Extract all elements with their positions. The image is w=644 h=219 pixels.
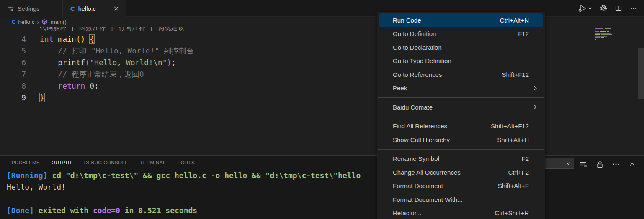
menu-item-peek[interactable]: Peek [377,81,545,95]
line-number[interactable]: 5 [0,45,26,57]
panel-more-actions-button[interactable] [611,159,621,170]
panel-tab-output[interactable]: OUTPUT [52,156,72,169]
menu-item-label: Refactor... [393,209,495,216]
menu-item-show-call-hierarchy[interactable]: Show Call HierarchyShift+Alt+H [377,133,545,147]
menu-item-label: Show Call Hierarchy [393,136,497,143]
code-editor[interactable]: 代码解释 | 函数注释 | 行间注释 | 调优建议 4int main() {5… [0,27,644,155]
menu-item-go-to-type-definition[interactable]: Go to Type Definition [377,54,545,68]
output-line: Hello, World! [7,181,644,193]
c-language-icon: C [70,5,75,12]
menu-item-label: Baidu Comate [393,104,536,111]
token: // 打印 "Hello, World!" 到控制台 [40,46,194,55]
menu-item-rename-symbol[interactable]: Rename SymbolF2 [377,152,545,166]
tab-hello-c[interactable]: C hello.c [63,0,126,17]
token [85,81,90,90]
tab-settings[interactable]: Settings [0,0,63,17]
menu-item-shortcut: Ctrl+F2 [508,169,529,176]
codelens-links[interactable]: 代码解释 | 函数注释 | 行间注释 | 调优建议 [40,27,185,32]
token: 0 [90,81,94,90]
chevron-down-icon [566,161,571,166]
menu-item-label: Go to Type Definition [393,57,536,64]
menu-item-go-to-references[interactable]: Go to ReferencesShift+F12 [377,68,545,81]
panel-tab-ports[interactable]: PORTS [178,156,195,169]
indent-guide [41,45,41,92]
code-line[interactable]: 6 printf("Hello, World!\n"); [0,57,644,69]
menu-item-find-all-references[interactable]: Find All ReferencesShift+Alt+F12 [377,120,545,133]
menu-item-go-to-declaration[interactable]: Go to Declaration [377,41,545,54]
line-number[interactable]: 4 [0,33,26,45]
ellipsis-icon [612,160,620,168]
token: // 程序正常结束，返回0 [40,70,144,79]
token: \n [153,58,162,67]
code-line[interactable]: 5 // 打印 "Hello, World!" 到控制台 [0,45,644,57]
more-actions-button[interactable] [628,3,639,14]
menu-item-shortcut: Ctrl+Alt+N [500,17,529,24]
panel-tab-terminal[interactable]: TERMINAL [140,156,165,169]
panel-tab-problems[interactable]: PROBLEMS [12,156,40,169]
token: printf [58,58,85,67]
clear-output-button[interactable] [578,159,589,170]
output-text: in 0.521 seconds [120,206,197,215]
menu-separator [378,149,544,150]
gear-icon [600,4,608,12]
maximize-panel-button[interactable] [627,159,638,170]
run-or-debug-button[interactable] [575,3,594,14]
token: "Hello, World! [90,58,153,67]
token [40,58,58,67]
run-debug-icon [577,4,587,13]
menu-item-shortcut: F2 [521,155,529,162]
settings-gear-button[interactable] [598,3,609,14]
c-language-icon: C [12,19,15,25]
breadcrumb-file[interactable]: hello.c [18,19,34,25]
breadcrumb-symbol[interactable]: main() [50,19,66,25]
menu-item-format-document[interactable]: Format DocumentShift+Alt+F [377,179,545,193]
breadcrumb-separator: › [37,18,39,25]
submenu-arrow-icon [533,104,537,111]
menu-item-label: Change All Occurrences [393,169,508,176]
minimap-line [595,34,612,35]
output-line: [Done] exited with code=0 in 0.521 secon… [7,205,644,216]
code-line[interactable]: 7 // 程序正常结束，返回0 [0,69,644,80]
line-number[interactable]: 8 [0,80,26,92]
editor-actions [575,0,644,16]
editor-context-menu: Run CodeCtrl+Alt+NGo to DefinitionF12Go … [377,12,545,219]
menu-item-baidu-comate[interactable]: Baidu Comate [377,100,545,114]
menu-separator [378,117,544,117]
output-text: cd "d:\tmp\c-test\" && gcc hello.c -o he… [52,171,361,180]
token: ( [85,58,90,67]
code-line[interactable]: 9} [0,92,644,104]
lock-output-button[interactable] [594,159,605,170]
minimap-line [595,33,611,34]
line-number[interactable]: 7 [0,69,26,80]
output-text: code=0 [93,206,120,215]
code-text: } [26,92,44,104]
code-line[interactable]: 8 return 0; [0,80,644,92]
ellipsis-icon [630,5,637,12]
tab-label: Settings [18,5,39,12]
split-editor-button[interactable] [613,3,624,14]
vscode-window: Settings C hello.c [0,0,644,219]
menu-item-run-code[interactable]: Run CodeCtrl+Alt+N [379,13,543,27]
editor-scrollbar[interactable] [638,48,644,99]
panel-tab-debug-console[interactable]: DEBUG CONSOLE [84,156,129,169]
menu-item-refactor[interactable]: Refactor...Ctrl+Shift+R [377,206,545,219]
menu-item-go-to-definition[interactable]: Go to DefinitionF12 [377,27,545,41]
line-number[interactable]: 6 [0,57,26,69]
menu-item-shortcut: Shift+Alt+F12 [491,122,529,130]
code-lines: 4int main() {5 // 打印 "Hello, World!" 到控制… [0,33,644,104]
token: () [76,35,85,43]
menu-item-label: Find All References [393,122,491,130]
menu-item-label: Go to Declaration [393,44,536,51]
menu-item-change-all-occurrences[interactable]: Change All OccurrencesCtrl+F2 [377,166,545,179]
token: main [58,35,76,43]
code-line[interactable]: 4int main() { [0,33,644,45]
tab-close-icon[interactable] [112,5,120,13]
menu-separator [378,97,544,98]
token [54,35,58,43]
menu-item-format-document-with[interactable]: Format Document With... [377,193,545,206]
token: } [40,93,44,102]
menu-item-shortcut: Shift+Alt+F [498,182,529,189]
menu-item-shortcut: F12 [518,30,529,37]
settings-sliders-icon [8,5,14,12]
line-number[interactable]: 9 [0,92,26,104]
